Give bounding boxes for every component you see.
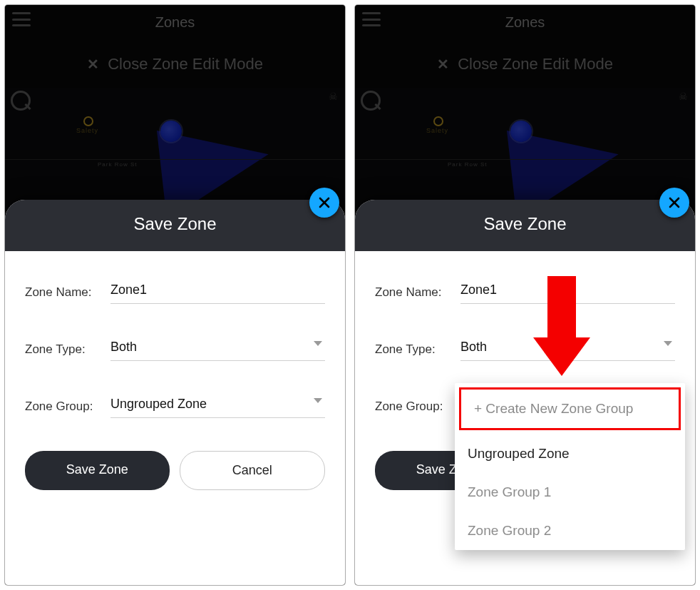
zone-name-field: Zone Name: Zone1: [375, 280, 675, 304]
close-icon: [318, 196, 331, 209]
annotation-arrow: [533, 276, 590, 383]
zone-group-dropdown: + Create New Zone Group Ungrouped Zone Z…: [455, 383, 685, 550]
zone-type-field: Zone Type: Both: [25, 337, 325, 361]
cancel-button[interactable]: Cancel: [180, 451, 326, 490]
zone-type-label: Zone Type:: [375, 342, 460, 361]
chevron-down-icon: [314, 398, 322, 403]
chevron-down-icon: [664, 341, 672, 346]
save-zone-button[interactable]: Save Zone: [25, 451, 170, 490]
close-icon: [668, 196, 681, 209]
chevron-down-icon: [314, 341, 322, 346]
screen-left: Zones ✕ Close Zone Edit Mode ☠ Salety Pa…: [5, 5, 345, 585]
sheet-title: Save Zone: [5, 200, 345, 251]
sheet-title: Save Zone: [355, 200, 695, 251]
close-panel-button[interactable]: [659, 188, 689, 218]
zone-name-field: Zone Name: Zone1: [25, 280, 325, 304]
close-panel-button[interactable]: [309, 188, 339, 218]
zone-name-label: Zone Name:: [25, 285, 110, 304]
dropdown-option[interactable]: Zone Group 2: [455, 512, 685, 550]
screen-right: Zones ✕ Close Zone Edit Mode ☠ Salety Pa…: [355, 5, 695, 585]
save-zone-sheet: Save Zone Zone Name: Zone1 Zone Type: Bo…: [5, 200, 345, 585]
zone-group-select[interactable]: Ungrouped Zone: [110, 394, 325, 418]
zone-name-input[interactable]: Zone1: [110, 280, 325, 304]
create-zone-group-option[interactable]: + Create New Zone Group: [459, 387, 681, 430]
zone-group-label: Zone Group:: [25, 400, 110, 418]
zone-group-field: Zone Group: Ungrouped Zone: [25, 394, 325, 418]
zone-type-select[interactable]: Both: [110, 337, 325, 361]
zone-group-label: Zone Group:: [375, 400, 460, 418]
dropdown-option[interactable]: Zone Group 1: [455, 473, 685, 512]
zone-group-value: Ungrouped Zone: [110, 394, 325, 417]
zone-name-label: Zone Name:: [375, 285, 460, 304]
zone-type-value: Both: [110, 337, 325, 360]
zone-type-field: Zone Type: Both: [375, 337, 675, 361]
dropdown-option[interactable]: Ungrouped Zone: [455, 434, 685, 473]
zone-type-label: Zone Type:: [25, 342, 110, 361]
